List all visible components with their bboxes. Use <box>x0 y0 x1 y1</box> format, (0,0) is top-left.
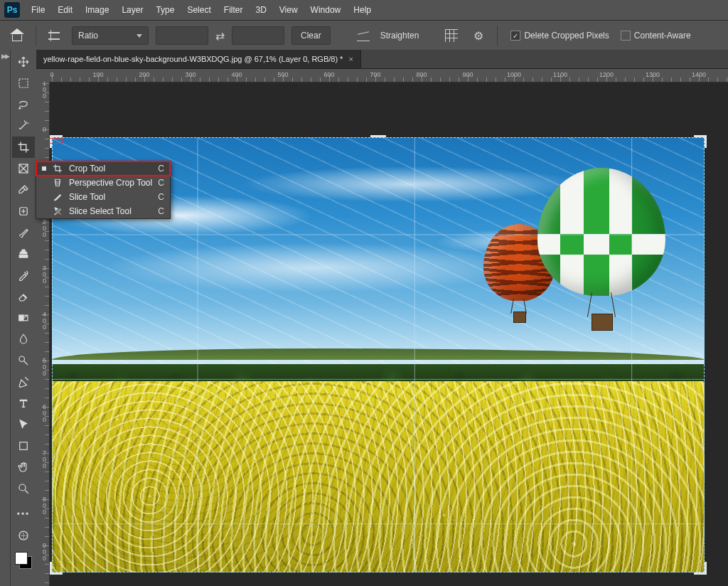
menu-select[interactable]: Select <box>187 5 210 15</box>
document-tab-bar: yellow-rape-field-on-blue-sky-background… <box>36 50 728 69</box>
perspective-crop-icon <box>52 177 63 188</box>
canvas-stage[interactable] <box>49 82 728 586</box>
straighten-button[interactable] <box>353 26 373 46</box>
flyout-shortcut: C <box>158 192 164 202</box>
slice-icon <box>52 191 63 203</box>
move-tool[interactable] <box>12 51 35 73</box>
svg-rect-6 <box>20 442 28 450</box>
clear-button[interactable]: Clear <box>291 26 331 45</box>
document-tab-title: yellow-rape-field-on-blue-sky-background… <box>43 55 343 63</box>
separator <box>36 26 36 46</box>
menu-image[interactable]: Image <box>85 5 109 15</box>
more-tools[interactable]: ••• <box>12 504 35 525</box>
menu-file[interactable]: File <box>31 5 45 15</box>
checkbox-unchecked-icon <box>621 31 631 41</box>
crop-icon <box>48 30 60 41</box>
flyout-label: Slice Select Tool <box>69 206 152 216</box>
chevron-down-icon <box>136 34 142 38</box>
foreground-swatch <box>15 552 28 565</box>
panel-collapse-strip[interactable]: ▶▶ <box>0 50 11 586</box>
close-tab-button[interactable]: × <box>348 55 353 63</box>
flyout-label: Slice Tool <box>69 192 152 202</box>
flyout-label: Crop Tool <box>69 164 152 174</box>
path-selection-tool[interactable] <box>12 414 35 435</box>
gradient-tool[interactable] <box>12 307 35 329</box>
swap-dimensions-button[interactable]: ⇄ <box>215 29 225 43</box>
frame-tool[interactable] <box>12 158 35 179</box>
dodge-tool[interactable] <box>12 350 35 371</box>
healing-brush-tool[interactable] <box>12 201 35 222</box>
menu-edit[interactable]: Edit <box>58 5 73 15</box>
content-aware-checkbox[interactable]: Content-Aware <box>621 31 691 41</box>
document-area: yellow-rape-field-on-blue-sky-background… <box>36 50 728 586</box>
color-swatches[interactable] <box>15 552 32 569</box>
crop-height-input[interactable] <box>232 26 284 45</box>
clone-stamp-tool[interactable] <box>12 243 35 265</box>
vertical-ruler[interactable]: 10001002003004005006007008009001000 <box>36 82 50 586</box>
flyout-shortcut: C <box>158 206 164 216</box>
blur-tool[interactable] <box>12 329 35 350</box>
clear-label: Clear <box>301 31 321 41</box>
svg-point-5 <box>19 356 25 362</box>
expand-icon: ▶▶ <box>1 53 9 60</box>
grid-icon <box>445 29 458 42</box>
tool-preset-button[interactable] <box>45 26 65 46</box>
magic-wand-tool[interactable] <box>12 115 35 137</box>
slice-select-icon <box>52 206 63 217</box>
active-dot-icon <box>42 166 46 171</box>
svg-rect-4 <box>19 315 23 321</box>
content-aware-label: Content-Aware <box>634 31 691 41</box>
menu-layer[interactable]: Layer <box>122 5 143 15</box>
home-button[interactable] <box>7 26 27 46</box>
ellipsis-icon: ••• <box>17 509 31 519</box>
home-icon <box>11 30 23 41</box>
checkbox-checked-icon <box>510 31 520 41</box>
delete-cropped-checkbox[interactable]: Delete Cropped Pixels <box>510 31 609 41</box>
crop-width-input[interactable] <box>156 26 208 45</box>
flyout-shortcut: C <box>158 178 164 188</box>
hand-tool[interactable] <box>12 457 35 478</box>
menu-filter[interactable]: Filter <box>224 5 243 15</box>
overlay-grid-button[interactable] <box>441 26 461 46</box>
app-logo: Ps <box>4 2 20 18</box>
eraser-tool[interactable] <box>12 286 35 307</box>
eyedropper-tool[interactable] <box>12 179 35 201</box>
crop-tool-flyout: Crop Tool C Perspective Crop Tool C Slic… <box>36 161 171 219</box>
flyout-item-perspective-crop[interactable]: Perspective Crop Tool C <box>36 176 170 190</box>
flyout-shortcut: C <box>158 164 164 174</box>
flyout-item-slice-select[interactable]: Slice Select Tool C <box>36 204 170 218</box>
menu-type[interactable]: Type <box>156 5 174 15</box>
crop-icon <box>52 163 63 174</box>
aspect-ratio-dropdown[interactable]: Ratio <box>72 26 149 45</box>
brush-tool[interactable] <box>12 222 35 243</box>
marquee-tool[interactable] <box>12 73 35 94</box>
lasso-tool[interactable] <box>12 94 35 115</box>
aspect-ratio-label: Ratio <box>78 31 98 41</box>
svg-rect-0 <box>19 79 28 87</box>
options-bar: Ratio ⇄ Clear Straighten ⚙ Delete Croppe… <box>0 21 728 51</box>
edit-toolbar[interactable] <box>12 525 35 546</box>
flyout-item-slice-tool[interactable]: Slice Tool C <box>36 190 170 204</box>
toolbox: ••• <box>11 50 36 586</box>
ruler-corner <box>36 69 50 82</box>
menu-view[interactable]: View <box>279 5 298 15</box>
flyout-label: Perspective Crop Tool <box>69 178 152 188</box>
pen-tool[interactable] <box>12 371 35 393</box>
type-tool[interactable] <box>12 393 35 414</box>
horizontal-ruler[interactable]: 0100200300400500600700800900100011001200… <box>49 69 728 82</box>
shape-tool[interactable] <box>12 435 35 457</box>
zoom-tool[interactable] <box>12 478 35 499</box>
menu-bar: Ps File Edit Image Layer Type Select Fil… <box>0 0 728 21</box>
crop-options-button[interactable]: ⚙ <box>469 26 488 46</box>
straighten-label: Straighten <box>380 31 419 41</box>
history-brush-tool[interactable] <box>12 265 35 286</box>
flyout-item-crop-tool[interactable]: Crop Tool C <box>36 161 170 176</box>
menu-3d[interactable]: 3D <box>255 5 266 15</box>
delete-cropped-label: Delete Cropped Pixels <box>524 31 609 41</box>
crop-tool[interactable] <box>12 137 35 158</box>
document-tab[interactable]: yellow-rape-field-on-blue-sky-background… <box>36 50 361 68</box>
level-icon <box>357 31 370 41</box>
svg-point-7 <box>19 484 26 491</box>
menu-window[interactable]: Window <box>311 5 341 15</box>
menu-help[interactable]: Help <box>353 5 371 15</box>
